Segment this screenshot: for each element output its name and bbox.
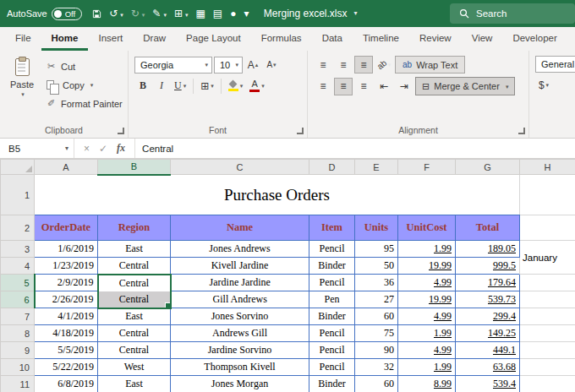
cell-B5[interactable]: Central bbox=[98, 275, 171, 291]
cell-F6[interactable]: 19.99 bbox=[398, 291, 456, 308]
cell-E6[interactable]: 27 bbox=[355, 291, 398, 308]
table-header-name[interactable]: Name bbox=[171, 215, 309, 241]
row-header-6[interactable]: 6 bbox=[1, 291, 35, 308]
sheet-title-cell[interactable]: Purchase Orders bbox=[35, 175, 520, 215]
cell-B8[interactable]: Central bbox=[98, 325, 171, 342]
cell-G10[interactable]: 63.68 bbox=[456, 359, 520, 376]
select-all-corner[interactable] bbox=[1, 160, 35, 175]
cell-A10[interactable]: 5/22/2019 bbox=[35, 359, 98, 376]
cell-H7[interactable] bbox=[520, 308, 575, 325]
tab-view[interactable]: View bbox=[462, 27, 503, 51]
cell-H6[interactable] bbox=[520, 291, 575, 308]
cell-G6[interactable]: 539.73 bbox=[456, 291, 520, 308]
paste-button[interactable]: Paste ▾ bbox=[2, 56, 42, 124]
table-header-total[interactable]: Total bbox=[456, 215, 520, 241]
tab-formulas[interactable]: Formulas bbox=[251, 27, 312, 51]
cell-G5[interactable]: 179.64 bbox=[456, 275, 520, 291]
cell-A4[interactable]: 1/23/2019 bbox=[35, 258, 98, 275]
decrease-indent-button[interactable]: ⇤ bbox=[375, 78, 393, 95]
search-box[interactable]: Search bbox=[450, 3, 575, 24]
cell-E4[interactable]: 50 bbox=[355, 258, 398, 275]
autosave-toggle[interactable]: AutoSave Off bbox=[7, 8, 82, 20]
increase-indent-button[interactable]: ⇥ bbox=[395, 78, 413, 95]
cell-D9[interactable]: Pencil bbox=[309, 342, 355, 359]
cell-A6[interactable]: 2/26/2019 bbox=[35, 291, 98, 308]
cell-G3[interactable]: 189.05 bbox=[456, 241, 520, 258]
cell-A9[interactable]: 5/5/2019 bbox=[35, 342, 98, 359]
align-center-button[interactable]: ≡ bbox=[334, 78, 353, 95]
cell-A7[interactable]: 4/1/2019 bbox=[35, 308, 98, 325]
cell-H8[interactable] bbox=[520, 325, 575, 342]
formula-input[interactable]: Central bbox=[135, 139, 575, 158]
column-header-E[interactable]: E bbox=[355, 160, 398, 175]
cell-H2[interactable] bbox=[520, 215, 575, 241]
cell-E8[interactable]: 75 bbox=[355, 325, 398, 342]
decrease-font-button[interactable]: A▾ bbox=[263, 56, 280, 74]
row-header-1[interactable]: 1 bbox=[1, 175, 35, 215]
cell-C7[interactable]: Jones Sorvino bbox=[171, 308, 309, 325]
cell-B7[interactable]: East bbox=[98, 308, 171, 325]
orientation-button[interactable]: ab▾ bbox=[375, 56, 393, 74]
cell-E10[interactable]: 32 bbox=[355, 359, 398, 376]
alignment-dialog-launcher-icon[interactable] bbox=[518, 128, 525, 134]
tab-data[interactable]: Data bbox=[312, 27, 353, 51]
cell-B4[interactable]: Central bbox=[98, 258, 171, 275]
cell-E5[interactable]: 36 bbox=[355, 275, 398, 291]
font-dialog-launcher-icon[interactable] bbox=[297, 128, 304, 134]
column-header-H[interactable]: H bbox=[520, 160, 575, 175]
cell-F3[interactable]: 1.99 bbox=[398, 241, 456, 258]
column-header-B[interactable]: B bbox=[98, 160, 171, 175]
cell-C4[interactable]: Kivell Jardine bbox=[171, 258, 309, 275]
cell-F8[interactable]: 1.99 bbox=[398, 325, 456, 342]
cell-B10[interactable]: West bbox=[98, 359, 171, 376]
ink-pen-button[interactable]: ✎▾ bbox=[152, 8, 167, 19]
wrap-text-button[interactable]: abWrap Text bbox=[395, 56, 465, 74]
record-macro-button[interactable]: ● bbox=[230, 8, 236, 19]
cell-C5[interactable]: Jardine Jardine bbox=[171, 275, 309, 291]
cell-E7[interactable]: 60 bbox=[355, 308, 398, 325]
cell-H9[interactable] bbox=[520, 342, 575, 359]
number-format-select[interactable]: General▾ bbox=[535, 56, 575, 73]
increase-font-button[interactable]: A▴ bbox=[244, 56, 261, 74]
row-header-2[interactable]: 2 bbox=[1, 215, 35, 241]
cell-E9[interactable]: 90 bbox=[355, 342, 398, 359]
table-header-item[interactable]: Item bbox=[309, 215, 355, 241]
cut-button[interactable]: ✂Cut bbox=[42, 57, 126, 75]
borders-button[interactable]: ⊞▾ bbox=[198, 77, 216, 95]
tab-home[interactable]: Home bbox=[41, 27, 89, 51]
align-middle-button[interactable]: ≡ bbox=[334, 56, 353, 74]
cell-H11[interactable] bbox=[520, 376, 575, 392]
cell-G7[interactable]: 299.4 bbox=[456, 308, 520, 325]
tab-draw[interactable]: Draw bbox=[133, 27, 176, 51]
copy-button[interactable]: Copy▾ bbox=[42, 76, 126, 94]
cell-F7[interactable]: 4.99 bbox=[398, 308, 456, 325]
redo-button[interactable]: ↻▾ bbox=[131, 8, 145, 19]
font-size-select[interactable]: 10▾ bbox=[214, 57, 243, 74]
cell-G4[interactable]: 999.5 bbox=[456, 258, 520, 275]
cell-A5[interactable]: 2/9/2019 bbox=[35, 275, 98, 291]
align-bottom-button[interactable]: ≡ bbox=[354, 56, 373, 74]
tab-review[interactable]: Review bbox=[409, 27, 462, 51]
align-right-button[interactable]: ≡ bbox=[354, 78, 373, 95]
cell-G8[interactable]: 149.25 bbox=[456, 325, 520, 342]
row-header-3[interactable]: 3 bbox=[1, 241, 35, 258]
cell-D11[interactable]: Binder bbox=[309, 376, 355, 392]
cell-C8[interactable]: Andrews Gill bbox=[171, 325, 309, 342]
cell-G11[interactable]: 539.4 bbox=[456, 376, 520, 392]
cell-C9[interactable]: Jardine Sorvino bbox=[171, 342, 309, 359]
cancel-icon[interactable]: × bbox=[84, 143, 90, 155]
cell-C6[interactable]: Gill Andrews bbox=[171, 291, 309, 308]
cell-E11[interactable]: 60 bbox=[355, 376, 398, 392]
cell-D8[interactable]: Pencil bbox=[309, 325, 355, 342]
column-header-F[interactable]: F bbox=[398, 160, 456, 175]
column-header-A[interactable]: A bbox=[35, 160, 98, 175]
cell-G9[interactable]: 449.1 bbox=[456, 342, 520, 359]
cell-D7[interactable]: Binder bbox=[309, 308, 355, 325]
underline-button[interactable]: U▾ bbox=[172, 77, 189, 95]
fill-color-button[interactable]: ▾ bbox=[226, 77, 246, 95]
cell-B9[interactable]: Central bbox=[98, 342, 171, 359]
tab-page-layout[interactable]: Page Layout bbox=[176, 27, 251, 51]
cell-C10[interactable]: Thompson Kivell bbox=[171, 359, 309, 376]
enter-icon[interactable]: ✓ bbox=[99, 143, 107, 155]
save-button[interactable] bbox=[92, 9, 101, 19]
